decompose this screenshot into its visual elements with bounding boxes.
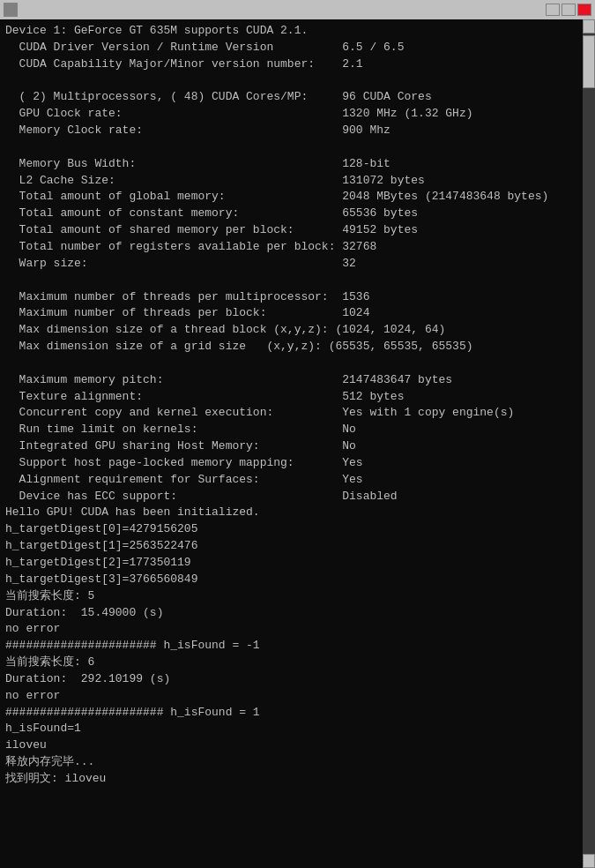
console-line: h_targetDigest[0]=4279156205	[5, 521, 577, 538]
title-bar	[0, 0, 595, 19]
console-line: Alignment requirement for Surfaces: Yes	[5, 472, 577, 489]
console-line: GPU Clock rate: 1320 MHz (1.32 GHz)	[5, 106, 577, 123]
console-line: Max dimension size of a thread block (x,…	[5, 322, 577, 339]
console-line: Hello GPU! CUDA has been initialized.	[5, 505, 577, 521]
console-line: Device 1: GeForce GT 635M supports CUDA …	[5, 23, 577, 40]
console-line: Duration: 292.10199 (s)	[5, 671, 577, 688]
console-line: Support host page-locked memory mapping:…	[5, 455, 577, 472]
console-line: 释放内存完毕...	[5, 754, 577, 771]
console-line: h_isFound=1	[5, 721, 577, 737]
app-icon	[4, 3, 18, 17]
scroll-down-arrow[interactable]: ▼	[583, 854, 595, 868]
console-line: CUDA Capability Major/Minor version numb…	[5, 56, 577, 73]
console-line: Texture alignment: 512 bytes	[5, 389, 577, 406]
console-line: Maximum number of threads per multiproce…	[5, 289, 577, 306]
scroll-thumb[interactable]	[583, 35, 595, 88]
console-line: Integrated GPU sharing Host Memory: No	[5, 438, 577, 455]
console-line: Device has ECC support: Disabled	[5, 489, 577, 505]
scroll-up-arrow[interactable]: ▲	[583, 19, 595, 34]
console-line: 当前搜索长度: 6	[5, 655, 577, 671]
close-button[interactable]	[577, 4, 591, 16]
minimize-button[interactable]	[546, 4, 560, 16]
console-line: 找到明文: iloveu	[5, 771, 577, 788]
console-line: ###################### h_isFound = -1	[5, 638, 577, 655]
console-line: Duration: 15.49000 (s)	[5, 605, 577, 622]
console-line: CUDA Driver Version / Runtime Version 6.…	[5, 40, 577, 56]
console-line: Total amount of constant memory: 65536 b…	[5, 206, 577, 222]
console-line: no error	[5, 688, 577, 705]
console-line: Memory Clock rate: 900 Mhz	[5, 123, 577, 139]
console-line: Warp size: 32	[5, 256, 577, 273]
console-line: Max dimension size of a grid size (x,y,z…	[5, 339, 577, 355]
window-controls	[546, 4, 591, 16]
console-line: Total amount of global memory: 2048 MByt…	[5, 189, 577, 206]
console-line: iloveu	[5, 737, 577, 754]
console-line: ####################### h_isFound = 1	[5, 705, 577, 722]
console-line: h_targetDigest[1]=2563522476	[5, 538, 577, 555]
title-bar-left	[4, 3, 21, 17]
console-line: Total number of registers available per …	[5, 239, 577, 256]
vertical-scrollbar[interactable]: ▲ ▼	[583, 19, 595, 868]
scroll-track[interactable]	[583, 34, 595, 854]
console-line: Run time limit on kernels: No	[5, 422, 577, 438]
restore-button[interactable]	[562, 4, 576, 16]
console-line: Memory Bus Width: 128-bit	[5, 156, 577, 173]
console-line: 当前搜索长度: 5	[5, 588, 577, 605]
console-line: Total amount of shared memory per block:…	[5, 222, 577, 239]
console-line: L2 Cache Size: 131072 bytes	[5, 173, 577, 190]
console-output[interactable]: Device 1: GeForce GT 635M supports CUDA …	[5, 23, 577, 864]
console-line: h_targetDigest[3]=3766560849	[5, 572, 577, 588]
console-line: Maximum memory pitch: 2147483647 bytes	[5, 372, 577, 389]
console-area: Device 1: GeForce GT 635M supports CUDA …	[0, 19, 595, 868]
console-line: h_targetDigest[2]=177350119	[5, 555, 577, 572]
console-line: Concurrent copy and kernel execution: Ye…	[5, 405, 577, 422]
console-line: no error	[5, 621, 577, 638]
console-line: ( 2) Multiprocessors, ( 48) CUDA Cores/M…	[5, 89, 577, 106]
console-line: Maximum number of threads per block: 102…	[5, 305, 577, 322]
